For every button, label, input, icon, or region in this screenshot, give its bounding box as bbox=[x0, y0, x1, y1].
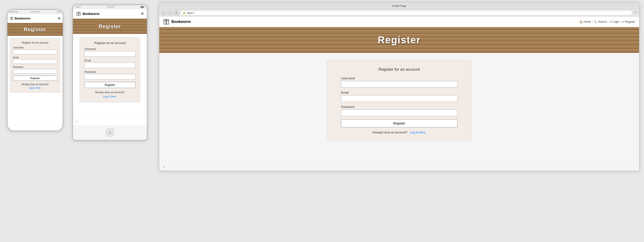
browser-username-label: Username bbox=[341, 77, 458, 80]
nav-separator-3: | bbox=[620, 20, 621, 24]
tablet-login-link[interactable]: Log in here. bbox=[103, 95, 117, 98]
nav-separator-1: | bbox=[592, 20, 593, 24]
tablet-email-label: Email bbox=[84, 59, 136, 62]
tablet-status-left: iPad ✦ bbox=[76, 6, 81, 8]
phone-password-input[interactable] bbox=[13, 69, 57, 74]
phone-footer: © bbox=[8, 125, 63, 131]
home-icon: 🏠 bbox=[580, 20, 583, 24]
tablet-navbar: Bookworm ≡ bbox=[73, 9, 147, 19]
phone-login-prompt: Already have an account? Log in here. bbox=[13, 83, 57, 90]
hamburger-icon[interactable]: ≡ bbox=[58, 16, 60, 21]
phone-status-bar: 09:52 AM ▲▼ bbox=[8, 10, 63, 14]
tablet-device: iPad ✦ 12:53 PM ▓▓▓ Bookworm ≡ Register … bbox=[72, 5, 147, 140]
browser-nav-login[interactable]: Login bbox=[612, 20, 619, 24]
phone-copyright: © bbox=[9, 127, 10, 129]
tablet-register-card: Register for an account Username Email P… bbox=[80, 37, 140, 103]
browser-reload-button[interactable]: ↻ bbox=[174, 10, 179, 16]
tablet-content: Register for an account Username Email P… bbox=[73, 34, 147, 119]
book-icon bbox=[10, 17, 14, 20]
browser-footer: © bbox=[159, 163, 639, 171]
browser-resize-button[interactable]: ❐ bbox=[634, 10, 637, 16]
browser-back-button[interactable]: ← bbox=[161, 10, 166, 16]
browser-brand: Bookworm bbox=[163, 19, 191, 25]
svg-rect-8 bbox=[164, 20, 166, 24]
phone-notch-bar bbox=[30, 11, 40, 13]
phone-content: Register for an account Username Email P… bbox=[8, 36, 63, 125]
phone-login-text: Already have an account? bbox=[22, 83, 49, 86]
tablet-frame: iPad ✦ 12:53 PM ▓▓▓ Bookworm ≡ Register … bbox=[72, 5, 147, 140]
tablet-username-input[interactable] bbox=[84, 51, 136, 57]
login-icon: ↗ bbox=[610, 20, 612, 24]
phone-signal: ▲▼ bbox=[56, 11, 60, 13]
svg-rect-0 bbox=[10, 17, 12, 20]
phone-card-title: Register for an account bbox=[13, 41, 57, 44]
svg-rect-1 bbox=[12, 17, 13, 20]
browser-navbar: Bookworm 🏠 Home | 🔍 Search | ↗ Login | ↩… bbox=[159, 17, 639, 27]
browser-email-input[interactable] bbox=[341, 95, 458, 102]
browser-frame: A Web Page ← → ↻ 🔒 https:// ❐ Bookworm bbox=[159, 2, 639, 171]
browser-nav-links: 🏠 Home | 🔍 Search | ↗ Login | ↩ Register bbox=[580, 20, 635, 24]
browser-banner-title: Register bbox=[378, 34, 421, 46]
phone-password-label: Password bbox=[13, 66, 57, 68]
browser-username-input[interactable] bbox=[341, 81, 458, 88]
tablet-banner-title: Register bbox=[99, 24, 121, 30]
browser-copyright: © bbox=[163, 165, 165, 168]
browser-url-bar[interactable]: 🔒 https:// bbox=[180, 10, 632, 16]
tablet-status-right: ▓▓▓ bbox=[140, 6, 144, 8]
browser-login-text: Already have an account? bbox=[372, 131, 407, 134]
phone-navbar: Bookworm ≡ bbox=[8, 14, 63, 23]
phone-time: 09:52 AM bbox=[10, 11, 18, 13]
svg-rect-9 bbox=[166, 20, 168, 24]
tablet-home-button[interactable]: □ bbox=[106, 129, 114, 136]
tablet-password-label: Password bbox=[84, 70, 136, 73]
tablet-brand-name: Bookworm bbox=[82, 12, 100, 16]
phone-brand-name: Bookworm bbox=[15, 17, 30, 20]
register-icon: ↩ bbox=[622, 20, 624, 24]
svg-rect-4 bbox=[77, 12, 78, 16]
browser-password-input[interactable] bbox=[341, 110, 458, 116]
phone-register-button[interactable]: Register bbox=[13, 76, 57, 81]
book-icon bbox=[163, 19, 170, 25]
browser-nav-register[interactable]: Register bbox=[625, 20, 635, 24]
tablet-card-title: Register for an account bbox=[84, 41, 136, 45]
browser-register-button[interactable]: Register bbox=[341, 119, 458, 127]
tablet-register-button[interactable]: Register bbox=[84, 82, 136, 88]
tablet-login-prompt: Already have an account? Log in here. bbox=[84, 90, 136, 99]
tablet-password-input[interactable] bbox=[84, 74, 136, 80]
tablet-status-center: 12:53 PM bbox=[107, 6, 114, 8]
phone-email-input[interactable] bbox=[13, 59, 57, 64]
browser-email-label: Email bbox=[341, 91, 458, 94]
phone-device: 09:52 AM ▲▼ Bookworm ≡ Register Register… bbox=[7, 9, 63, 131]
browser-login-prompt: Already have an account? Log in here. bbox=[341, 131, 458, 134]
tablet-login-text: Already have an account? bbox=[95, 91, 125, 94]
lock-icon: 🔒 bbox=[183, 12, 186, 14]
phone-login-link[interactable]: Log in here. bbox=[29, 87, 42, 89]
svg-rect-5 bbox=[79, 12, 80, 16]
phone-brand: Bookworm bbox=[10, 17, 30, 20]
phone-username-label: Username bbox=[13, 46, 57, 49]
browser-forward-button[interactable]: → bbox=[168, 10, 172, 16]
phone-email-label: Email bbox=[13, 56, 57, 59]
phone-banner-title: Register bbox=[24, 27, 46, 33]
browser-nav-search[interactable]: Search bbox=[598, 20, 607, 24]
tablet-copyright: © bbox=[76, 121, 78, 123]
tablet-footer: © bbox=[73, 119, 147, 125]
browser-toolbar: ← → ↻ 🔒 https:// ❐ bbox=[159, 9, 639, 17]
browser-brand-name: Bookworm bbox=[172, 20, 191, 24]
browser-title-bar: A Web Page bbox=[159, 3, 639, 9]
tablet-banner: Register bbox=[73, 19, 147, 34]
phone-username-input[interactable] bbox=[13, 50, 57, 54]
browser-content: Register for an account Username Email P… bbox=[159, 53, 639, 163]
browser-login-link[interactable]: Log in here. bbox=[410, 131, 426, 134]
browser-nav-home[interactable]: Home bbox=[584, 20, 591, 24]
search-nav-icon: 🔍 bbox=[594, 20, 597, 24]
tablet-username-label: Username bbox=[84, 48, 136, 50]
phone-frame: 09:52 AM ▲▼ Bookworm ≡ Register Register… bbox=[7, 9, 63, 131]
tablet-email-input[interactable] bbox=[84, 63, 136, 68]
browser-password-label: Password bbox=[341, 105, 458, 109]
browser-register-card: Register for an account Username Email P… bbox=[327, 60, 472, 141]
browser-window-title: A Web Page bbox=[392, 5, 406, 7]
tablet-hamburger-icon[interactable]: ≡ bbox=[141, 11, 144, 16]
browser-url-text: https:// bbox=[187, 12, 194, 14]
tablet-brand: Bookworm bbox=[76, 12, 100, 16]
